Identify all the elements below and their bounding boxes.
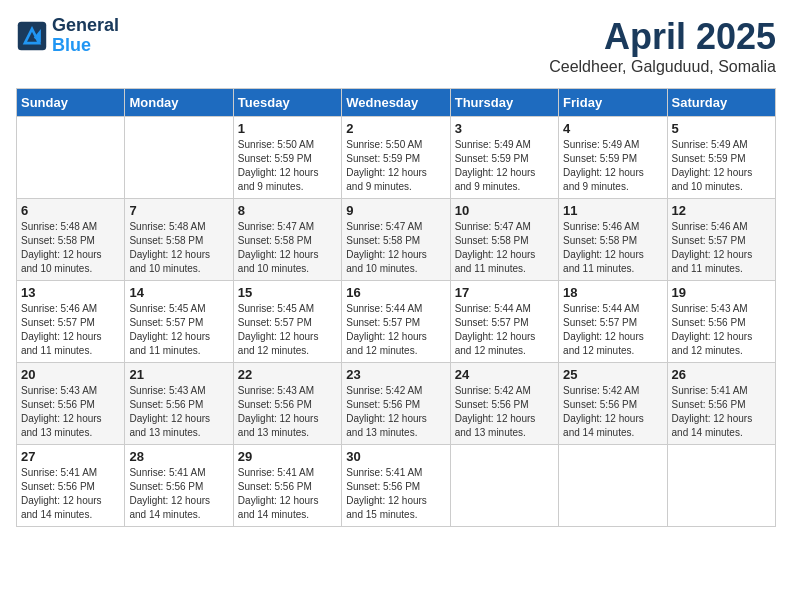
day-cell: 11Sunrise: 5:46 AMSunset: 5:58 PMDayligh… xyxy=(559,199,667,281)
day-number: 30 xyxy=(346,449,445,464)
day-cell: 29Sunrise: 5:41 AMSunset: 5:56 PMDayligh… xyxy=(233,445,341,527)
day-number: 10 xyxy=(455,203,554,218)
weekday-header-thursday: Thursday xyxy=(450,89,558,117)
header: General Blue April 2025 Ceeldheer, Galgu… xyxy=(16,16,776,76)
day-number: 21 xyxy=(129,367,228,382)
calendar-table: SundayMondayTuesdayWednesdayThursdayFrid… xyxy=(16,88,776,527)
day-cell: 15Sunrise: 5:45 AMSunset: 5:57 PMDayligh… xyxy=(233,281,341,363)
day-cell: 26Sunrise: 5:41 AMSunset: 5:56 PMDayligh… xyxy=(667,363,775,445)
day-number: 13 xyxy=(21,285,120,300)
day-number: 24 xyxy=(455,367,554,382)
day-number: 3 xyxy=(455,121,554,136)
day-number: 1 xyxy=(238,121,337,136)
day-number: 17 xyxy=(455,285,554,300)
day-cell xyxy=(667,445,775,527)
day-info: Sunrise: 5:44 AMSunset: 5:57 PMDaylight:… xyxy=(455,302,554,358)
day-info: Sunrise: 5:49 AMSunset: 5:59 PMDaylight:… xyxy=(672,138,771,194)
week-row-5: 27Sunrise: 5:41 AMSunset: 5:56 PMDayligh… xyxy=(17,445,776,527)
week-row-4: 20Sunrise: 5:43 AMSunset: 5:56 PMDayligh… xyxy=(17,363,776,445)
day-cell: 23Sunrise: 5:42 AMSunset: 5:56 PMDayligh… xyxy=(342,363,450,445)
day-info: Sunrise: 5:46 AMSunset: 5:58 PMDaylight:… xyxy=(563,220,662,276)
day-cell: 21Sunrise: 5:43 AMSunset: 5:56 PMDayligh… xyxy=(125,363,233,445)
day-number: 6 xyxy=(21,203,120,218)
weekday-header-sunday: Sunday xyxy=(17,89,125,117)
day-cell: 20Sunrise: 5:43 AMSunset: 5:56 PMDayligh… xyxy=(17,363,125,445)
weekday-header-saturday: Saturday xyxy=(667,89,775,117)
day-cell: 4Sunrise: 5:49 AMSunset: 5:59 PMDaylight… xyxy=(559,117,667,199)
day-info: Sunrise: 5:42 AMSunset: 5:56 PMDaylight:… xyxy=(563,384,662,440)
day-cell xyxy=(450,445,558,527)
day-number: 27 xyxy=(21,449,120,464)
weekday-header-wednesday: Wednesday xyxy=(342,89,450,117)
day-number: 11 xyxy=(563,203,662,218)
day-info: Sunrise: 5:49 AMSunset: 5:59 PMDaylight:… xyxy=(563,138,662,194)
day-cell: 9Sunrise: 5:47 AMSunset: 5:58 PMDaylight… xyxy=(342,199,450,281)
day-number: 23 xyxy=(346,367,445,382)
logo-icon xyxy=(16,20,48,52)
weekday-header-friday: Friday xyxy=(559,89,667,117)
week-row-1: 1Sunrise: 5:50 AMSunset: 5:59 PMDaylight… xyxy=(17,117,776,199)
weekday-header-row: SundayMondayTuesdayWednesdayThursdayFrid… xyxy=(17,89,776,117)
day-cell: 13Sunrise: 5:46 AMSunset: 5:57 PMDayligh… xyxy=(17,281,125,363)
day-number: 14 xyxy=(129,285,228,300)
week-row-3: 13Sunrise: 5:46 AMSunset: 5:57 PMDayligh… xyxy=(17,281,776,363)
day-cell: 16Sunrise: 5:44 AMSunset: 5:57 PMDayligh… xyxy=(342,281,450,363)
day-info: Sunrise: 5:46 AMSunset: 5:57 PMDaylight:… xyxy=(672,220,771,276)
day-cell xyxy=(559,445,667,527)
day-cell: 30Sunrise: 5:41 AMSunset: 5:56 PMDayligh… xyxy=(342,445,450,527)
weekday-header-monday: Monday xyxy=(125,89,233,117)
day-cell: 8Sunrise: 5:47 AMSunset: 5:58 PMDaylight… xyxy=(233,199,341,281)
day-cell: 28Sunrise: 5:41 AMSunset: 5:56 PMDayligh… xyxy=(125,445,233,527)
logo-text: General Blue xyxy=(52,16,119,56)
day-number: 20 xyxy=(21,367,120,382)
day-cell: 7Sunrise: 5:48 AMSunset: 5:58 PMDaylight… xyxy=(125,199,233,281)
day-cell: 19Sunrise: 5:43 AMSunset: 5:56 PMDayligh… xyxy=(667,281,775,363)
day-cell: 22Sunrise: 5:43 AMSunset: 5:56 PMDayligh… xyxy=(233,363,341,445)
day-info: Sunrise: 5:41 AMSunset: 5:56 PMDaylight:… xyxy=(21,466,120,522)
day-info: Sunrise: 5:45 AMSunset: 5:57 PMDaylight:… xyxy=(238,302,337,358)
day-cell: 1Sunrise: 5:50 AMSunset: 5:59 PMDaylight… xyxy=(233,117,341,199)
day-info: Sunrise: 5:42 AMSunset: 5:56 PMDaylight:… xyxy=(346,384,445,440)
day-number: 28 xyxy=(129,449,228,464)
day-info: Sunrise: 5:46 AMSunset: 5:57 PMDaylight:… xyxy=(21,302,120,358)
day-number: 22 xyxy=(238,367,337,382)
day-info: Sunrise: 5:43 AMSunset: 5:56 PMDaylight:… xyxy=(238,384,337,440)
day-cell: 24Sunrise: 5:42 AMSunset: 5:56 PMDayligh… xyxy=(450,363,558,445)
day-info: Sunrise: 5:48 AMSunset: 5:58 PMDaylight:… xyxy=(21,220,120,276)
week-row-2: 6Sunrise: 5:48 AMSunset: 5:58 PMDaylight… xyxy=(17,199,776,281)
day-info: Sunrise: 5:47 AMSunset: 5:58 PMDaylight:… xyxy=(238,220,337,276)
day-info: Sunrise: 5:45 AMSunset: 5:57 PMDaylight:… xyxy=(129,302,228,358)
day-number: 8 xyxy=(238,203,337,218)
day-info: Sunrise: 5:41 AMSunset: 5:56 PMDaylight:… xyxy=(129,466,228,522)
day-info: Sunrise: 5:49 AMSunset: 5:59 PMDaylight:… xyxy=(455,138,554,194)
day-number: 5 xyxy=(672,121,771,136)
day-info: Sunrise: 5:48 AMSunset: 5:58 PMDaylight:… xyxy=(129,220,228,276)
title-area: April 2025 Ceeldheer, Galguduud, Somalia xyxy=(549,16,776,76)
day-number: 9 xyxy=(346,203,445,218)
day-number: 7 xyxy=(129,203,228,218)
day-info: Sunrise: 5:43 AMSunset: 5:56 PMDaylight:… xyxy=(21,384,120,440)
location-title: Ceeldheer, Galguduud, Somalia xyxy=(549,58,776,76)
day-number: 18 xyxy=(563,285,662,300)
day-cell: 5Sunrise: 5:49 AMSunset: 5:59 PMDaylight… xyxy=(667,117,775,199)
day-cell: 17Sunrise: 5:44 AMSunset: 5:57 PMDayligh… xyxy=(450,281,558,363)
day-info: Sunrise: 5:43 AMSunset: 5:56 PMDaylight:… xyxy=(129,384,228,440)
logo: General Blue xyxy=(16,16,119,56)
day-cell: 10Sunrise: 5:47 AMSunset: 5:58 PMDayligh… xyxy=(450,199,558,281)
day-info: Sunrise: 5:42 AMSunset: 5:56 PMDaylight:… xyxy=(455,384,554,440)
day-cell: 6Sunrise: 5:48 AMSunset: 5:58 PMDaylight… xyxy=(17,199,125,281)
day-number: 12 xyxy=(672,203,771,218)
day-info: Sunrise: 5:44 AMSunset: 5:57 PMDaylight:… xyxy=(563,302,662,358)
day-info: Sunrise: 5:47 AMSunset: 5:58 PMDaylight:… xyxy=(346,220,445,276)
day-cell xyxy=(17,117,125,199)
day-number: 25 xyxy=(563,367,662,382)
weekday-header-tuesday: Tuesday xyxy=(233,89,341,117)
day-number: 29 xyxy=(238,449,337,464)
day-cell xyxy=(125,117,233,199)
day-info: Sunrise: 5:44 AMSunset: 5:57 PMDaylight:… xyxy=(346,302,445,358)
day-cell: 25Sunrise: 5:42 AMSunset: 5:56 PMDayligh… xyxy=(559,363,667,445)
day-info: Sunrise: 5:47 AMSunset: 5:58 PMDaylight:… xyxy=(455,220,554,276)
day-number: 16 xyxy=(346,285,445,300)
day-cell: 12Sunrise: 5:46 AMSunset: 5:57 PMDayligh… xyxy=(667,199,775,281)
day-number: 15 xyxy=(238,285,337,300)
